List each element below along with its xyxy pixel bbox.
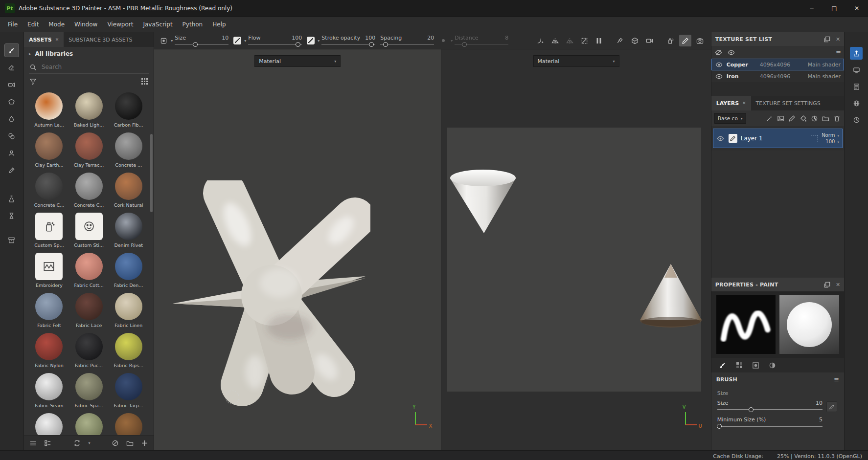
menu-edit[interactable]: Edit: [23, 17, 44, 32]
eye-off-icon[interactable]: [714, 48, 723, 57]
asset-carbon-fib[interactable]: Carbon Fib...: [110, 92, 147, 128]
material-picker-tool[interactable]: [5, 164, 19, 176]
material-tab-icon[interactable]: [768, 361, 777, 370]
asset-fabric-den[interactable]: Fabric Den...: [110, 253, 147, 288]
chevron-down-icon[interactable]: ▾: [318, 39, 320, 43]
display-settings-icon[interactable]: [850, 64, 863, 76]
chevron-down-icon[interactable]: ▾: [89, 441, 91, 445]
pen-pressure-icon[interactable]: [307, 37, 315, 44]
delete-layer-icon[interactable]: [832, 114, 841, 123]
paint-tool-icon[interactable]: [679, 35, 691, 46]
asset-fabric-seam[interactable]: Fabric Seam: [31, 373, 68, 408]
mannequin-icon[interactable]: [5, 147, 19, 159]
menu-icon[interactable]: ≡: [836, 49, 841, 56]
asset-fabric-lace[interactable]: Fabric Lace: [70, 293, 107, 328]
param-value[interactable]: 10: [222, 35, 228, 41]
tab-layers[interactable]: LAYERS ✕: [711, 96, 751, 110]
viewport-3d[interactable]: Material ▾: [154, 49, 441, 450]
grouped-list-view-icon[interactable]: [44, 438, 52, 447]
tab-assets[interactable]: ASSETS ✕: [24, 32, 64, 47]
dot-chip-icon[interactable]: [439, 36, 448, 45]
param-value[interactable]: 20: [427, 35, 434, 41]
param-slider[interactable]: [175, 42, 228, 47]
search-input[interactable]: [41, 63, 149, 71]
no-preview-icon[interactable]: [111, 438, 119, 447]
close-panel-icon[interactable]: ✕: [836, 282, 840, 288]
archive-box-icon[interactable]: [5, 234, 19, 246]
capture-icon[interactable]: [694, 35, 706, 46]
asset-concrete-c[interactable]: Concrete C...: [31, 173, 68, 208]
asset-fabric-nylon[interactable]: Fabric Nylon: [31, 333, 68, 368]
asset-concrete[interactable]: Concrete ...: [110, 132, 147, 168]
layer-mask-placeholder-icon[interactable]: [811, 135, 818, 142]
asset-partial-24[interactable]: [31, 413, 68, 435]
material-dropdown-3d[interactable]: Material ▾: [254, 55, 341, 67]
cone-mesh-bottom[interactable]: [636, 261, 707, 332]
param-value[interactable]: 8: [505, 35, 508, 41]
texture-set-shader[interactable]: Main shader: [808, 73, 841, 80]
asset-clay-earth[interactable]: Clay Earth...: [31, 132, 68, 168]
material-preview[interactable]: [779, 295, 839, 354]
channel-dropdown[interactable]: Base co ▾: [714, 113, 746, 124]
library-selector[interactable]: ▸ All libraries: [24, 47, 154, 61]
asterisk-mesh[interactable]: [169, 180, 370, 411]
paint-tool[interactable]: [5, 44, 19, 57]
asset-fabric-rips[interactable]: Fabric Rips...: [110, 333, 147, 368]
menu-javascript[interactable]: JavaScript: [138, 17, 177, 32]
menu-python[interactable]: Python: [178, 17, 208, 32]
falloff-icon[interactable]: [534, 35, 547, 46]
tab-substance-3d-assets[interactable]: SUBSTANCE 3D ASSETS: [64, 32, 137, 47]
asset-custom-sti[interactable]: Custom Sti...: [70, 213, 107, 248]
backface-culling-icon[interactable]: [578, 35, 591, 46]
assets-scrollbar[interactable]: [150, 134, 153, 212]
asset-fabric-puc[interactable]: Fabric Puc...: [70, 333, 107, 368]
add-asset-icon[interactable]: [140, 438, 149, 447]
brush-tab-icon[interactable]: [718, 361, 727, 370]
param-slider[interactable]: [455, 42, 508, 47]
stroke-preview[interactable]: [716, 295, 776, 354]
history-icon[interactable]: [850, 113, 863, 126]
min-size-slider[interactable]: [717, 424, 822, 429]
shader-settings-icon[interactable]: [850, 80, 863, 93]
clone-tool[interactable]: [5, 130, 19, 142]
polygon-fill-tool[interactable]: [5, 95, 19, 108]
maximize-button[interactable]: □: [823, 0, 845, 17]
layer-visibility-icon[interactable]: [716, 134, 725, 143]
viewport-2d[interactable]: Material ▾: [441, 49, 710, 450]
close-panel-icon[interactable]: ✕: [836, 36, 840, 43]
tab-texture-set-settings[interactable]: TEXTURE SET SETTINGS: [751, 96, 825, 110]
param-value[interactable]: 100: [365, 35, 375, 41]
param-slider[interactable]: [380, 42, 434, 47]
chevron-down-icon[interactable]: ▾: [451, 39, 453, 43]
asset-fabric-linen[interactable]: Fabric Linen: [110, 293, 147, 328]
brush-stamp-icon[interactable]: [159, 36, 168, 45]
asset-custom-sp[interactable]: Custom Sp...: [31, 213, 68, 248]
asset-partial-26[interactable]: [110, 413, 147, 435]
texture-set-shader[interactable]: Main shader: [808, 62, 841, 68]
asset-partial-25[interactable]: [70, 413, 107, 435]
size-pressure-button[interactable]: [826, 401, 837, 412]
chevron-down-icon[interactable]: ▾: [244, 39, 246, 43]
close-tab-icon[interactable]: ✕: [742, 101, 746, 106]
projection-tool[interactable]: [5, 78, 19, 91]
menu-help[interactable]: Help: [207, 17, 230, 32]
eye-icon[interactable]: [715, 72, 724, 81]
geometry-icon[interactable]: [629, 35, 641, 46]
param-value[interactable]: 100: [292, 35, 302, 41]
menu-window[interactable]: Window: [69, 17, 102, 32]
refresh-icon[interactable]: [73, 438, 82, 447]
asset-fabric-cott[interactable]: Fabric Cott...: [70, 253, 107, 288]
menu-file[interactable]: File: [3, 17, 23, 32]
asset-baked-ligh[interactable]: Baked Ligh...: [70, 92, 107, 128]
pattern-tab-icon[interactable]: [735, 361, 744, 370]
particles-icon[interactable]: [664, 35, 677, 46]
pause-icon[interactable]: [593, 35, 605, 46]
menu-mode[interactable]: Mode: [44, 17, 69, 32]
lazy-mouse-icon[interactable]: [614, 35, 626, 46]
folder-icon[interactable]: [125, 438, 134, 447]
eraser-tool[interactable]: [5, 61, 19, 74]
symmetry-icon[interactable]: [549, 35, 561, 46]
texture-set-row-iron[interactable]: Iron4096x4096Main shader: [711, 70, 844, 82]
layer-row[interactable]: Layer 1 Norm ▾ 100 ▾: [713, 129, 843, 148]
grid-view-icon[interactable]: [140, 77, 149, 86]
